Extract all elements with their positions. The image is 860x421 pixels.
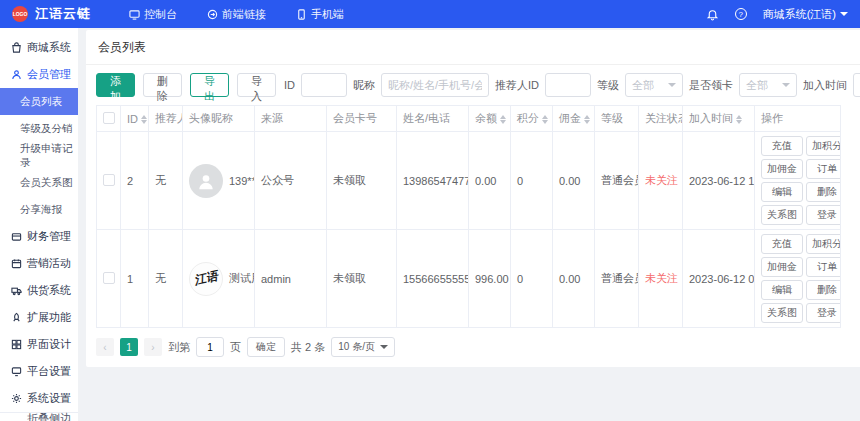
cell-card: 未领取 xyxy=(327,132,397,230)
login-button[interactable]: 登录 xyxy=(806,303,841,323)
card-filter-label: 是否领卡 xyxy=(689,78,733,93)
page-1-button[interactable]: 1 xyxy=(120,338,138,356)
sidebar-item-member-management[interactable]: 会员管理 xyxy=(0,61,78,88)
add-points-button[interactable]: 加积分 xyxy=(806,234,841,254)
cell-phone: 15566655555 xyxy=(397,230,469,328)
cell-level: 普通会员 xyxy=(595,230,639,328)
import-button[interactable]: 导入 xyxy=(237,73,276,97)
sort-icon[interactable] xyxy=(500,115,506,124)
sort-icon[interactable] xyxy=(141,115,147,124)
cell-points: 0 xyxy=(511,132,553,230)
cell-id: 2 xyxy=(121,132,149,230)
col-join-label: 加入时间 xyxy=(689,112,733,124)
sort-icon[interactable] xyxy=(584,115,590,124)
finance-icon xyxy=(11,231,22,242)
referrer-filter-input[interactable] xyxy=(545,73,591,97)
tab-console[interactable]: 控制台 xyxy=(129,7,177,22)
member-list-card: 会员列表 添加 删除 导出 导入 ID 昵称 推荐人ID 等级 全部 xyxy=(86,30,860,367)
sidebar-item-marketing[interactable]: 营销活动 xyxy=(0,250,78,277)
delete-button[interactable]: 删除 xyxy=(143,73,182,97)
sidebar-item-platform-settings[interactable]: 平台设置 xyxy=(0,358,78,385)
select-all-checkbox[interactable] xyxy=(103,112,115,124)
add-commission-button[interactable]: 加佣金 xyxy=(761,159,803,179)
export-button[interactable]: 导出 xyxy=(190,73,229,97)
sort-icon[interactable] xyxy=(542,115,548,124)
sidebar-item-system-settings[interactable]: 系统设置 xyxy=(0,385,78,412)
cell-avatar-nickname: 139****7477 xyxy=(183,132,255,230)
avatar: 江语 xyxy=(189,262,223,296)
col-avatar-nickname: 头像昵称 xyxy=(183,106,255,132)
sidebar-subitem-member-relations[interactable]: 会员关系图 xyxy=(0,169,78,196)
level-filter-label: 等级 xyxy=(597,78,619,93)
per-page-select[interactable]: 10 条/页 xyxy=(331,337,395,357)
sidebar-item-extensions[interactable]: 扩展功能 xyxy=(0,304,78,331)
sidebar-subitem-levels-distribution[interactable]: 等级及分销 xyxy=(0,115,78,142)
chevron-down-icon xyxy=(840,12,848,16)
sidebar-subitem-member-list[interactable]: 会员列表 xyxy=(0,88,78,115)
edit-button[interactable]: 编辑 xyxy=(761,280,803,300)
col-points[interactable]: 积分 xyxy=(511,106,553,132)
recharge-button[interactable]: 充值 xyxy=(761,136,803,156)
sidebar-item-shop-system[interactable]: 商城系统 xyxy=(0,34,78,61)
sidebar-item-ui-design[interactable]: 界面设计 xyxy=(0,331,78,358)
page-title: 会员列表 xyxy=(86,30,860,65)
orders-button[interactable]: 订单 xyxy=(806,159,841,179)
delete-row-button[interactable]: 删除 xyxy=(806,280,841,300)
sidebar-item-label: 商城系统 xyxy=(27,40,71,55)
shop-bag-icon xyxy=(11,42,22,53)
tab-mobile[interactable]: 手机端 xyxy=(296,7,344,22)
edit-button[interactable]: 编辑 xyxy=(761,182,803,202)
jump-page-input[interactable] xyxy=(196,337,224,357)
person-icon xyxy=(196,171,216,191)
delete-row-button[interactable]: 删除 xyxy=(806,182,841,202)
nickname-filter-input[interactable] xyxy=(381,73,489,97)
next-page-button[interactable]: › xyxy=(144,338,162,356)
collapse-sidebar-button[interactable]: 折叠侧边栏 xyxy=(0,412,78,421)
tab-frontend-label: 前端链接 xyxy=(222,7,266,22)
card-filter-select[interactable]: 全部 xyxy=(739,73,797,97)
level-filter-select[interactable]: 全部 xyxy=(625,73,683,97)
orders-button[interactable]: 订单 xyxy=(806,257,841,277)
login-button[interactable]: 登录 xyxy=(806,205,841,225)
relations-button[interactable]: 关系图 xyxy=(761,303,803,323)
cell-operations: 充值 加积分 加佣金 订单 编辑 删除 关系图 登录 xyxy=(755,230,841,328)
help-icon[interactable]: ? xyxy=(735,8,747,20)
row-checkbox[interactable] xyxy=(103,174,115,186)
confirm-jump-button[interactable]: 确定 xyxy=(247,337,285,357)
add-commission-button[interactable]: 加佣金 xyxy=(761,257,803,277)
bell-icon[interactable] xyxy=(706,8,719,21)
account-label: 商城系统(江语) xyxy=(763,7,836,22)
col-commission[interactable]: 佣金 xyxy=(553,106,595,132)
col-id[interactable]: ID xyxy=(121,106,149,132)
phone-icon xyxy=(296,9,307,20)
rocket-icon xyxy=(11,312,22,323)
recharge-button[interactable]: 充值 xyxy=(761,234,803,254)
relations-button[interactable]: 关系图 xyxy=(761,205,803,225)
account-menu[interactable]: 商城系统(江语) xyxy=(763,7,848,22)
add-points-button[interactable]: 加积分 xyxy=(806,136,841,156)
col-join-time[interactable]: 加入时间 xyxy=(683,106,755,132)
add-button[interactable]: 添加 xyxy=(96,73,135,97)
topbar-right: ? 商城系统(江语) xyxy=(706,7,848,22)
col-card-number: 会员卡号 xyxy=(327,106,397,132)
sidebar-subitem-share-poster[interactable]: 分享海报 xyxy=(0,196,78,223)
row-checkbox[interactable] xyxy=(103,272,115,284)
total-count: 共 2 条 xyxy=(291,340,325,355)
chevron-down-icon xyxy=(380,345,388,349)
sidebar-item-supply-system[interactable]: 供货系统 xyxy=(0,277,78,304)
prev-page-button[interactable]: ‹ xyxy=(96,338,114,356)
cell-level: 普通会员 xyxy=(595,132,639,230)
join-time-filter-input[interactable] xyxy=(853,73,860,97)
sidebar-subitem-upgrade-records[interactable]: 升级申请记录 xyxy=(0,142,78,169)
sidebar-item-label: 会员管理 xyxy=(27,67,71,82)
platform-icon xyxy=(11,366,22,377)
table-row: 1 无 江语 测试用户 admin 未领取 155666 xyxy=(97,230,841,328)
sort-icon[interactable] xyxy=(736,115,742,124)
sidebar-item-finance[interactable]: 财务管理 xyxy=(0,223,78,250)
cell-commission: 0.00 xyxy=(553,132,595,230)
tab-frontend-link[interactable]: 前端链接 xyxy=(207,7,266,22)
id-filter-input[interactable] xyxy=(301,73,347,97)
avatar-logo-text: 江语 xyxy=(192,268,219,290)
col-balance[interactable]: 余额 xyxy=(469,106,511,132)
logo: LOGO xyxy=(12,6,28,22)
